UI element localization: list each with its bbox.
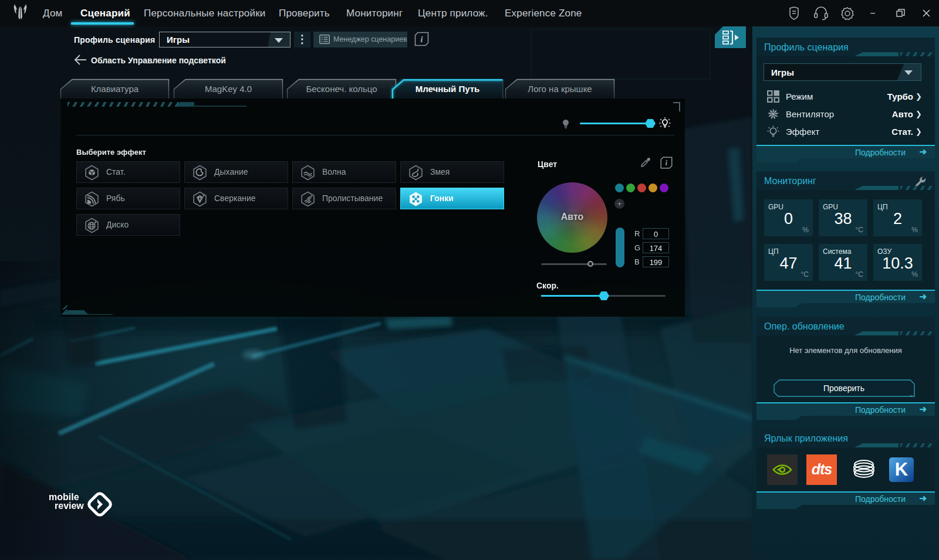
svg-text:i: i [421, 35, 423, 44]
svg-text:i: i [666, 159, 668, 167]
svg-text:Проверить: Проверить [823, 383, 864, 393]
